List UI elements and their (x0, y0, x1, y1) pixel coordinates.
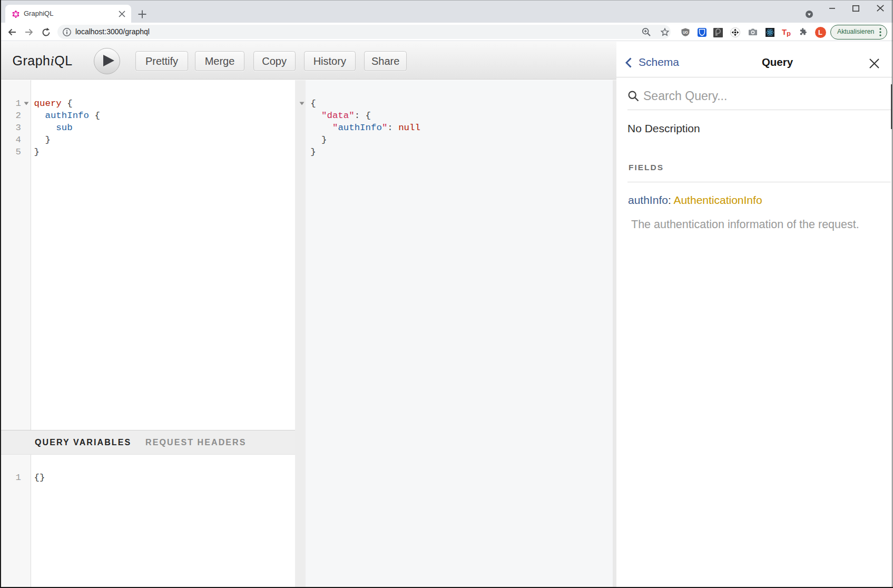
svg-text:T: T (782, 27, 787, 36)
svg-text:UO: UO (683, 31, 688, 34)
svg-text:p: p (787, 30, 791, 37)
